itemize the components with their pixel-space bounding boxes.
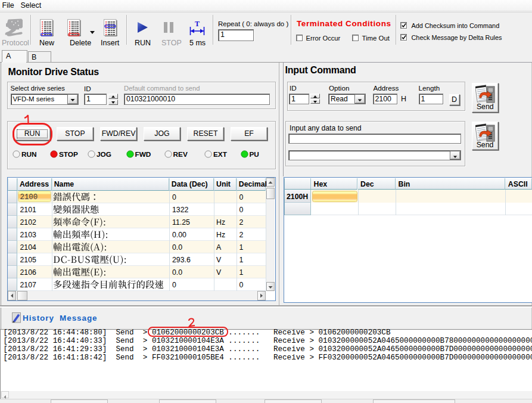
- svg-text:T: T: [195, 20, 200, 28]
